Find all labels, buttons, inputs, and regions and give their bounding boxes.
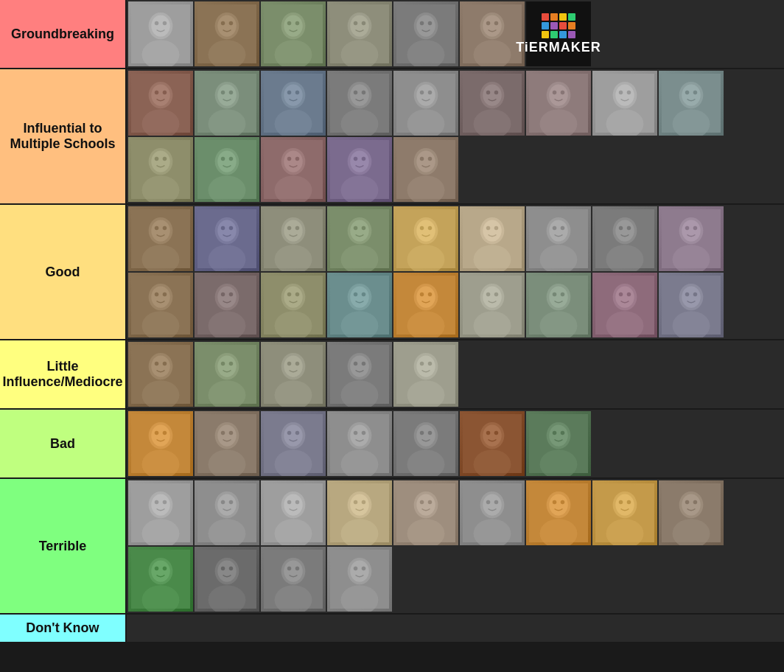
svg-point-197 xyxy=(362,293,365,296)
philosopher-slot xyxy=(195,480,259,545)
tier-label-bad: Bad xyxy=(0,410,127,477)
philosopher-placeholder xyxy=(659,273,724,337)
philosopher-placeholder xyxy=(327,206,392,271)
philosopher-slot xyxy=(393,137,458,202)
svg-point-146 xyxy=(416,220,435,242)
svg-point-98 xyxy=(217,151,236,172)
svg-point-41 xyxy=(163,91,167,94)
philosopher-slot xyxy=(526,206,591,271)
svg-point-350 xyxy=(682,494,700,516)
svg-point-50 xyxy=(284,85,302,106)
svg-point-68 xyxy=(483,85,501,106)
philosopher-slot xyxy=(393,480,458,545)
svg-point-245 xyxy=(295,362,299,365)
philosopher-slot xyxy=(327,273,392,337)
svg-point-122 xyxy=(151,220,169,242)
svg-point-215 xyxy=(561,293,564,296)
philosopher-placeholder xyxy=(460,71,525,136)
philosopher-placeholder xyxy=(128,480,193,545)
svg-point-200 xyxy=(416,287,435,308)
philosopher-slot xyxy=(592,206,657,271)
philosopher-slot xyxy=(261,206,326,271)
tier-row-mediocre: Little Influence/Mediocre xyxy=(0,340,784,410)
svg-point-335 xyxy=(494,500,498,504)
svg-point-70 xyxy=(486,91,490,94)
philosopher-placeholder xyxy=(261,547,326,612)
philosopher-slot xyxy=(659,206,724,271)
svg-point-251 xyxy=(362,362,365,365)
philosopher-placeholder xyxy=(195,411,259,476)
philosopher-placeholder xyxy=(393,273,458,337)
svg-point-112 xyxy=(354,157,357,161)
svg-point-167 xyxy=(627,226,631,230)
philosopher-slot xyxy=(128,206,193,271)
philosopher-slot xyxy=(195,273,259,337)
svg-point-292 xyxy=(486,431,490,435)
philosopher-placeholder xyxy=(261,71,326,136)
tier-row-dontknow: Don't Know xyxy=(0,615,784,643)
tier-content-good xyxy=(127,205,784,339)
philosopher-placeholder xyxy=(460,1,525,66)
philosopher-placeholder xyxy=(261,273,326,337)
svg-point-20 xyxy=(350,15,368,37)
svg-point-326 xyxy=(416,494,435,516)
tier-content-terrible xyxy=(127,479,784,613)
philosopher-slot xyxy=(659,273,724,337)
philosopher-placeholder xyxy=(195,273,259,337)
svg-point-143 xyxy=(362,226,365,230)
philosopher-slot xyxy=(526,411,591,476)
svg-point-347 xyxy=(627,500,631,504)
philosopher-slot xyxy=(460,1,525,66)
svg-point-320 xyxy=(350,494,368,516)
philosopher-slot xyxy=(195,547,259,612)
svg-point-134 xyxy=(284,220,302,242)
svg-point-272 xyxy=(284,425,302,447)
philosopher-placeholder xyxy=(592,273,657,337)
philosopher-slot xyxy=(592,480,657,545)
svg-point-14 xyxy=(284,15,302,37)
svg-point-76 xyxy=(553,91,556,94)
philosopher-placeholder xyxy=(526,273,591,337)
svg-point-95 xyxy=(163,157,167,161)
svg-point-370 xyxy=(287,567,291,570)
tier-label-dontknow: Don't Know xyxy=(0,615,127,642)
tier-label-mediocre: Little Influence/Mediocre xyxy=(0,340,127,408)
svg-point-364 xyxy=(221,567,225,570)
svg-point-298 xyxy=(553,431,556,435)
svg-point-125 xyxy=(163,226,167,230)
tier-row-good: Good xyxy=(0,205,784,340)
philosopher-placeholder xyxy=(128,342,193,407)
svg-point-176 xyxy=(151,287,169,308)
svg-point-164 xyxy=(615,220,634,242)
philosopher-slot xyxy=(261,411,326,476)
svg-point-203 xyxy=(428,293,432,296)
svg-point-256 xyxy=(420,362,424,365)
svg-point-136 xyxy=(287,226,291,230)
svg-point-275 xyxy=(295,431,299,435)
svg-point-332 xyxy=(483,494,501,516)
svg-point-358 xyxy=(155,567,158,570)
svg-point-188 xyxy=(284,287,302,308)
svg-point-22 xyxy=(354,21,357,25)
philosopher-placeholder xyxy=(128,71,193,136)
philosopher-slot xyxy=(460,206,525,271)
philosopher-slot xyxy=(327,342,392,407)
svg-point-52 xyxy=(287,91,291,94)
svg-point-158 xyxy=(549,220,567,242)
svg-point-185 xyxy=(229,293,233,296)
svg-point-233 xyxy=(163,362,167,365)
svg-point-359 xyxy=(163,567,167,570)
philosopher-placeholder xyxy=(393,411,458,476)
svg-point-244 xyxy=(287,362,291,365)
philosopher-slot xyxy=(592,71,657,136)
svg-point-178 xyxy=(155,293,158,296)
svg-point-220 xyxy=(619,293,623,296)
svg-point-338 xyxy=(549,494,567,516)
tier-label-groundbreaking: Groundbreaking xyxy=(0,0,127,68)
svg-point-352 xyxy=(685,500,689,504)
svg-point-106 xyxy=(287,157,291,161)
svg-point-287 xyxy=(428,431,432,435)
svg-point-26 xyxy=(416,15,435,37)
philosopher-slot xyxy=(460,273,525,337)
svg-point-293 xyxy=(494,431,498,435)
